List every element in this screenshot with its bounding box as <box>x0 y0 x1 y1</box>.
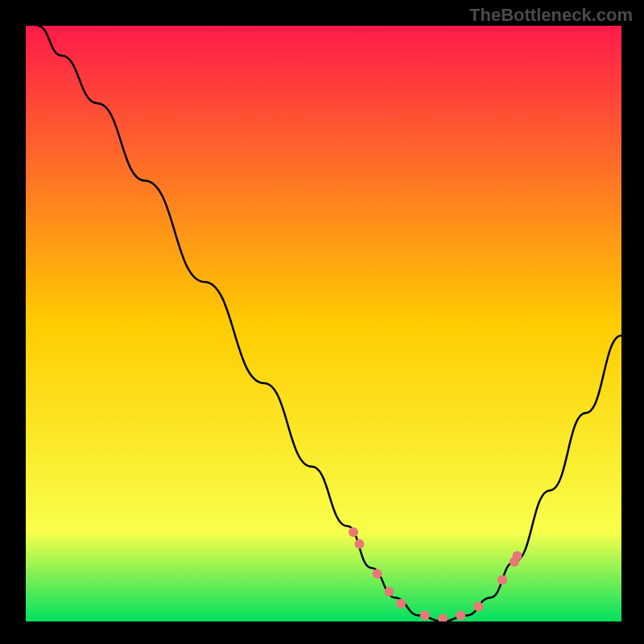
data-marker <box>373 569 382 579</box>
data-marker <box>354 539 364 549</box>
data-marker <box>420 611 430 621</box>
chart-container: TheBottleneck.com <box>0 0 644 644</box>
svg-rect-0 <box>26 26 621 621</box>
chart-svg <box>26 26 621 621</box>
plot-area <box>26 26 621 621</box>
watermark-text: TheBottleneck.com <box>469 5 633 26</box>
data-marker <box>349 527 358 537</box>
data-marker <box>456 611 465 621</box>
data-marker <box>513 551 522 561</box>
data-marker <box>396 599 406 609</box>
data-marker <box>384 587 394 597</box>
data-marker <box>473 602 483 612</box>
data-marker <box>497 575 507 584</box>
